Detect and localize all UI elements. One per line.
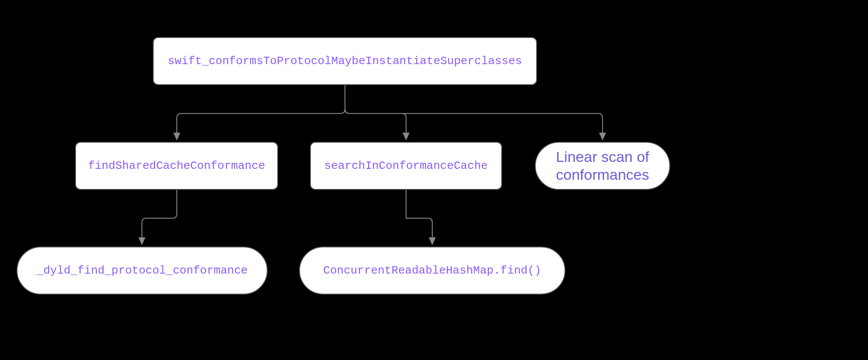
node-linear-scan-line1: Linear scan of bbox=[556, 148, 649, 166]
node-search-in-conformance-label: searchInConformanceCache bbox=[324, 159, 488, 172]
node-root: swift_conformsToProtocolMaybeInstantiate… bbox=[153, 37, 537, 85]
edge-findshared-to-dyld bbox=[142, 190, 177, 244]
edge-root-to-findshared bbox=[177, 85, 345, 140]
node-root-label: swift_conformsToProtocolMaybeInstantiate… bbox=[168, 55, 522, 68]
edge-root-to-linearscan bbox=[345, 85, 603, 140]
node-dyld-find: _dyld_find_protocol_conformance bbox=[17, 247, 268, 295]
node-hashmap-find: ConcurrentReadableHashMap.find() bbox=[299, 247, 565, 295]
edge-root-to-searchin bbox=[345, 85, 406, 140]
node-find-shared-cache-label: findSharedCacheConformance bbox=[88, 159, 265, 172]
edge-searchin-to-hashmap bbox=[406, 190, 432, 244]
node-hashmap-find-label: ConcurrentReadableHashMap.find() bbox=[323, 264, 541, 277]
node-linear-scan: Linear scan of conformances bbox=[535, 142, 670, 190]
node-dyld-find-label: _dyld_find_protocol_conformance bbox=[37, 264, 248, 277]
node-find-shared-cache: findSharedCacheConformance bbox=[75, 142, 278, 190]
node-linear-scan-line2: conformances bbox=[556, 166, 649, 184]
node-search-in-conformance: searchInConformanceCache bbox=[310, 142, 502, 190]
